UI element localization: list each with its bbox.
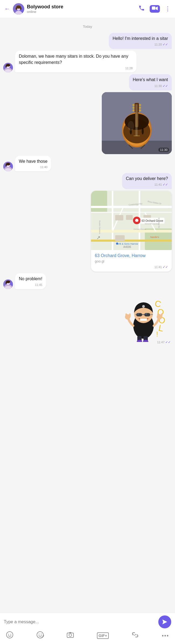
link-button[interactable]: [131, 631, 139, 640]
svg-rect-93: [135, 314, 136, 315]
message-row: Hello! I'm interested in a sitar 11:20 ✓…: [3, 33, 172, 49]
svg-rect-52: [115, 235, 125, 241]
image-message[interactable]: 11:30: [102, 92, 172, 154]
video-call-button[interactable]: [150, 5, 160, 13]
svg-point-24: [139, 104, 141, 106]
message-row: Here's what I want 11:30 ✓✓: [3, 74, 172, 90]
message-row: C O O L !: [3, 291, 172, 345]
svg-rect-39: [91, 191, 107, 212]
read-receipt: ✓✓: [163, 84, 168, 88]
svg-text:A4006: A4006: [123, 245, 131, 248]
call-button[interactable]: [138, 5, 145, 13]
read-receipt: ✓✓: [163, 183, 168, 186]
message-time: 11:41 ✓✓: [126, 183, 168, 186]
sender-avatar: [3, 63, 13, 72]
svg-rect-83: [125, 313, 127, 317]
svg-point-1: [15, 11, 22, 15]
svg-rect-50: [126, 215, 133, 220]
message-row: 11:30: [3, 92, 172, 154]
svg-rect-90: [136, 313, 142, 316]
svg-text:Ruskin Gardens: Ruskin Gardens: [99, 220, 101, 234]
contact-info: Bolywood store online: [27, 4, 138, 14]
input-row: [4, 615, 171, 628]
svg-point-101: [10, 634, 11, 635]
svg-point-104: [41, 634, 41, 635]
svg-rect-97: [140, 319, 147, 321]
message-text: Can you deliver here?: [126, 176, 168, 182]
svg-point-100: [8, 634, 9, 635]
message-row: No problem! 11:45: [3, 273, 172, 289]
svg-rect-107: [69, 632, 71, 633]
svg-point-60: [116, 243, 118, 245]
svg-rect-92: [142, 314, 144, 315]
message-time: 11:20 ✓✓: [113, 43, 168, 46]
svg-point-9: [6, 65, 7, 67]
message-bubble-received: We have those 11:40: [15, 156, 51, 171]
message-text: Here's what I want: [133, 77, 168, 83]
message-text: Hello! I'm interested in a sitar: [113, 36, 168, 41]
map-time: 11:41 ✓✓: [95, 265, 168, 269]
map-message[interactable]: 63 Orchard Grove ↗ Nando's VB & Sons Har…: [91, 191, 172, 272]
svg-point-33: [128, 121, 134, 131]
message-time: 11:45: [19, 283, 42, 286]
svg-point-37: [6, 164, 7, 166]
svg-point-99: [6, 632, 13, 638]
sticker-message: C O O L !: [123, 291, 172, 345]
message-bubble-sent: Can you deliver here? 11:41 ✓✓: [122, 173, 172, 189]
svg-text:Elmcroft Gardens: Elmcroft Gardens: [145, 223, 160, 225]
svg-rect-96: [145, 314, 147, 314]
sender-avatar: [3, 279, 13, 289]
svg-point-21: [132, 104, 135, 106]
svg-rect-5: [152, 6, 155, 10]
message-bubble-sent: Hello! I'm interested in a sitar 11:20 ✓…: [109, 33, 172, 49]
more-media-button[interactable]: •••: [162, 633, 169, 639]
contact-avatar: [13, 3, 24, 15]
contact-name: Bolywood store: [27, 4, 138, 10]
emoji-button[interactable]: [6, 631, 13, 640]
svg-marker-98: [162, 619, 167, 624]
gif-button[interactable]: GIF+: [97, 632, 109, 639]
message-row: 63 Orchard Grove ↗ Nando's VB & Sons Har…: [3, 191, 172, 272]
send-icon: [162, 619, 168, 625]
svg-rect-95: [137, 314, 139, 314]
svg-text:Nando's: Nando's: [150, 236, 159, 238]
map-info: 63 Orchard Grove, Harrow goo.gl 11:41 ✓✓: [91, 250, 172, 272]
more-options-button[interactable]: ⋮: [165, 5, 171, 12]
map-visual: 63 Orchard Grove ↗ Nando's VB & Sons Har…: [91, 191, 172, 250]
map-address-link[interactable]: 63 Orchard Grove, Harrow: [95, 253, 168, 258]
svg-text:Orchard Grove: Orchard Grove: [134, 228, 146, 230]
svg-point-3: [16, 7, 17, 10]
message-time: 11:40: [19, 165, 47, 169]
svg-point-54: [135, 219, 138, 222]
svg-point-103: [38, 634, 39, 635]
message-bubble-received: No problem! 11:45: [15, 273, 46, 289]
message-input[interactable]: [4, 618, 156, 625]
message-text: Doloman, we have many sitars in stock. D…: [19, 53, 133, 65]
message-row: Doloman, we have many sitars in stock. D…: [3, 51, 172, 72]
message-row: We have those 11:40: [3, 156, 172, 171]
svg-point-4: [20, 7, 22, 10]
send-button[interactable]: [158, 615, 171, 628]
mandolin-image: 11:30: [102, 92, 172, 154]
message-row: Can you deliver here? 11:41 ✓✓: [3, 173, 172, 189]
svg-text:VB & Sons Harrow: VB & Sons Harrow: [118, 243, 138, 245]
svg-rect-49: [115, 215, 123, 220]
svg-rect-94: [151, 314, 153, 315]
header-actions: ⋮: [138, 5, 171, 13]
media-toolbar: GIF+ •••: [4, 631, 171, 640]
svg-point-22: [132, 107, 135, 109]
message-bubble-received: Doloman, we have many sitars in stock. D…: [15, 51, 136, 72]
message-text: We have those: [19, 158, 47, 164]
svg-point-71: [6, 282, 7, 284]
back-button[interactable]: ←: [4, 5, 10, 12]
camera-button[interactable]: [66, 631, 74, 640]
message-time: 11:30 ✓✓: [133, 84, 168, 88]
sender-avatar: [3, 162, 13, 171]
image-time: 11:30: [158, 148, 169, 152]
sticker-button[interactable]: [36, 631, 44, 640]
sticker-image: C O O L !: [123, 291, 172, 339]
date-divider: Today: [3, 25, 172, 29]
svg-point-17: [142, 128, 144, 134]
svg-text:!: !: [156, 330, 158, 338]
svg-rect-91: [144, 313, 150, 316]
